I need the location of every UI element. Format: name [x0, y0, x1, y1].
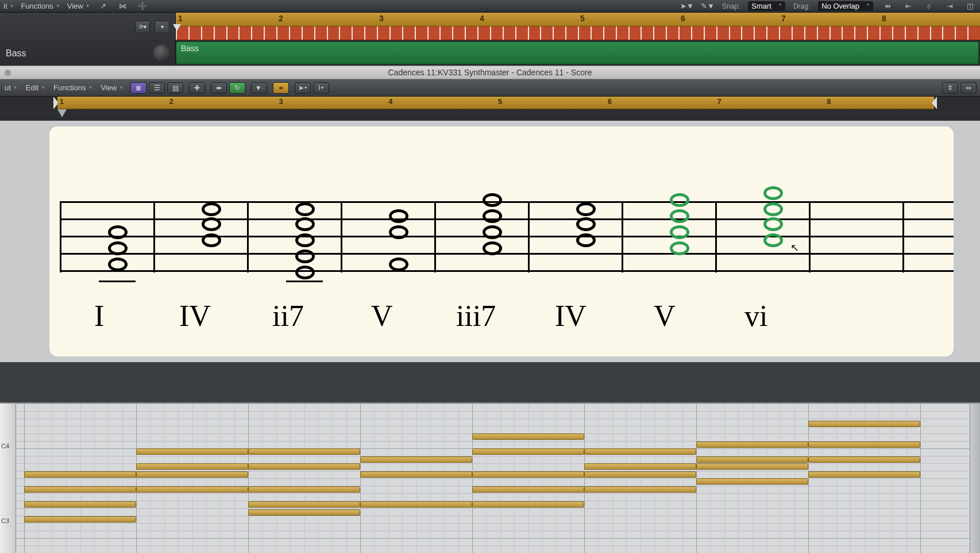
arrange-ruler[interactable]: 123456789 — [176, 13, 980, 26]
catch-button[interactable]: ▾ — [155, 21, 169, 33]
midi-note[interactable] — [136, 463, 248, 470]
flex-icon[interactable]: ⋈ — [117, 2, 129, 11]
filter-button[interactable]: ▼· — [251, 82, 267, 94]
chord-symbol[interactable]: IV — [179, 299, 211, 333]
midi-note[interactable] — [584, 486, 696, 493]
score-menu-edit[interactable]: Edit▼ — [25, 83, 47, 92]
notehead[interactable] — [108, 258, 128, 271]
notehead[interactable] — [483, 209, 502, 223]
piano-roll-grid[interactable] — [16, 404, 970, 553]
cycle-button[interactable]: ⟳▾ — [135, 21, 150, 33]
midi-note[interactable] — [136, 471, 248, 478]
midi-note[interactable] — [248, 463, 360, 470]
nudge-right-icon[interactable]: ⇥ — [943, 2, 956, 11]
notehead[interactable] — [576, 233, 596, 247]
notehead[interactable] — [483, 193, 502, 207]
midi-note[interactable] — [696, 463, 808, 470]
notehead[interactable] — [202, 217, 221, 231]
score-menu-functions[interactable]: Functions▼ — [52, 83, 94, 92]
piano-keyboard[interactable]: C4C3 — [0, 404, 16, 553]
midi-out-button[interactable]: ↻ — [229, 82, 245, 94]
midi-note[interactable] — [808, 456, 920, 463]
midi-note[interactable] — [24, 486, 136, 493]
zoom-horizontal-button[interactable]: ⇔ — [960, 82, 977, 94]
view-page-button[interactable]: ☰ — [149, 82, 165, 94]
pencil-tool-icon[interactable]: ✎▼ — [701, 2, 714, 11]
nudge-left-icon[interactable]: ⇤ — [902, 2, 915, 11]
midi-note[interactable] — [24, 471, 136, 478]
menu-view[interactable]: View▼ — [67, 2, 90, 10]
beat-ruler[interactable] — [176, 26, 980, 40]
close-icon[interactable] — [5, 70, 11, 76]
notehead[interactable] — [483, 241, 502, 255]
notehead[interactable] — [763, 186, 783, 200]
score-paper[interactable]: IIVii7Viii7IVVvi ↖ — [49, 126, 954, 356]
midi-note[interactable] — [472, 448, 584, 455]
snap-value[interactable]: Smart — [748, 1, 785, 11]
midi-note[interactable] — [248, 509, 360, 516]
midi-note[interactable] — [136, 448, 248, 455]
notehead[interactable] — [295, 233, 315, 247]
chord-symbol[interactable]: vi — [744, 299, 767, 333]
notehead[interactable] — [389, 225, 408, 239]
midi-note[interactable] — [472, 433, 584, 440]
notehead[interactable] — [295, 266, 315, 279]
view-wrapped-button[interactable]: ▤ — [167, 82, 183, 94]
midi-note[interactable] — [136, 486, 248, 493]
notehead[interactable] — [763, 233, 783, 247]
notehead[interactable] — [389, 209, 408, 223]
midi-note[interactable] — [24, 516, 136, 523]
midi-note[interactable] — [808, 471, 920, 478]
midi-note[interactable] — [472, 501, 584, 508]
plus-icon[interactable]: ➕ — [136, 2, 149, 11]
midi-note[interactable] — [248, 486, 360, 493]
split-icon[interactable]: ⎀ — [923, 2, 935, 11]
notehead[interactable] — [295, 202, 315, 216]
chord-symbol[interactable]: iii7 — [456, 299, 496, 333]
chord-symbol[interactable]: IV — [555, 299, 587, 333]
region-bass[interactable]: Bass — [176, 41, 979, 64]
notehead[interactable] — [576, 217, 596, 231]
score-menu-view[interactable]: View▼ — [99, 83, 125, 92]
midi-note[interactable] — [696, 456, 808, 463]
menu-functions[interactable]: Functions▼ — [21, 2, 60, 10]
notehead[interactable] — [670, 241, 689, 255]
notehead[interactable] — [763, 202, 783, 216]
midi-note[interactable] — [808, 441, 920, 448]
midi-note[interactable] — [696, 441, 808, 448]
midi-note[interactable] — [360, 471, 472, 478]
notehead[interactable] — [670, 225, 689, 239]
drag-value[interactable]: No Overlap — [818, 1, 873, 11]
midi-note[interactable] — [24, 501, 136, 508]
midi-note[interactable] — [584, 463, 696, 470]
crossfade-icon[interactable]: ⇹ — [881, 2, 894, 11]
score-window-titlebar[interactable]: Cadences 11:KV331 Synthmaster - Cadences… — [0, 66, 980, 79]
midi-note[interactable] — [248, 448, 360, 455]
score-pointer-tool[interactable]: ➤▼ — [295, 82, 311, 94]
notehead[interactable] — [108, 225, 128, 239]
notehead[interactable] — [763, 217, 783, 231]
score-ruler[interactable]: 12345678 — [57, 97, 934, 109]
chord-symbol[interactable]: V — [371, 299, 393, 333]
midi-in-button[interactable]: ⬌ — [211, 82, 227, 94]
track-header[interactable]: ⟳▾ ▾ Bass — [0, 13, 176, 66]
chord-symbol[interactable]: ii7 — [272, 299, 304, 333]
automation-icon[interactable]: ↗ — [97, 2, 110, 11]
track-pan-knob[interactable] — [153, 45, 169, 61]
score-text-tool[interactable]: I▼ — [313, 82, 329, 94]
view-linear-button[interactable]: ≣ — [130, 82, 146, 94]
notehead[interactable] — [202, 233, 221, 247]
notehead[interactable] — [389, 258, 408, 271]
pointer-tool-icon[interactable]: ➤▼ — [681, 2, 693, 11]
notehead[interactable] — [202, 202, 221, 216]
notehead[interactable] — [670, 193, 689, 207]
midi-note[interactable] — [360, 456, 472, 463]
midi-note[interactable] — [584, 471, 696, 478]
midi-note[interactable] — [696, 478, 808, 485]
chord-symbol[interactable]: V — [654, 299, 676, 333]
link-button[interactable]: ⚭ — [273, 82, 289, 94]
loop-end-marker[interactable] — [932, 97, 937, 109]
midi-note[interactable] — [472, 471, 584, 478]
insert-tool-button[interactable]: ✚ — [189, 82, 205, 94]
zoom-vertical-button[interactable]: ⇕ — [942, 82, 958, 94]
